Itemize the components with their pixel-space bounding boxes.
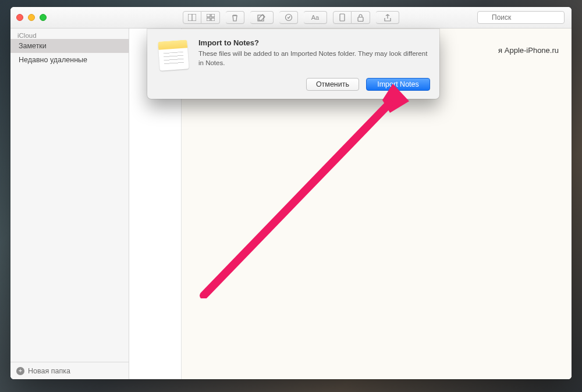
cancel-button[interactable]: Отменить xyxy=(306,78,359,91)
compose-button[interactable] xyxy=(250,11,274,24)
import-notes-button[interactable]: Import Notes xyxy=(366,78,430,91)
format-button[interactable]: Aa xyxy=(304,11,327,24)
cancel-button-label: Отменить xyxy=(316,80,349,88)
notes-app-icon xyxy=(157,38,190,72)
search-input[interactable] xyxy=(477,11,565,24)
window-minimize-button[interactable] xyxy=(28,14,35,21)
lock-button[interactable] xyxy=(352,11,370,24)
svg-rect-8 xyxy=(340,14,345,21)
sidebar-item-label: Заметки xyxy=(19,42,47,50)
svg-rect-4 xyxy=(207,18,210,21)
window-close-button[interactable] xyxy=(16,14,23,21)
toolbar: Aa xyxy=(183,11,399,24)
view-list-button[interactable] xyxy=(183,11,201,24)
titlebar: Aa xyxy=(10,7,572,28)
window-controls xyxy=(16,14,47,21)
svg-rect-3 xyxy=(211,14,215,17)
share-button[interactable] xyxy=(376,11,399,24)
svg-rect-5 xyxy=(211,18,215,21)
view-grid-button[interactable] xyxy=(201,11,220,24)
attach-button[interactable] xyxy=(333,11,352,24)
dialog-title: Import to Notes? xyxy=(198,38,430,47)
new-folder-button[interactable]: + Новая папка xyxy=(10,362,129,379)
sidebar-item-notes[interactable]: Заметки xyxy=(10,39,129,53)
svg-rect-9 xyxy=(358,17,363,21)
svg-rect-2 xyxy=(207,14,210,17)
checklist-button[interactable] xyxy=(279,11,298,24)
delete-button[interactable] xyxy=(226,11,244,24)
search-field-wrapper xyxy=(477,11,565,24)
sidebar: iCloud Заметки Недавно удаленные + Новая… xyxy=(10,28,129,379)
sidebar-section-header: iCloud xyxy=(10,28,129,39)
sidebar-item-recently-deleted[interactable]: Недавно удаленные xyxy=(10,53,129,67)
plus-icon: + xyxy=(16,367,24,375)
window-zoom-button[interactable] xyxy=(40,14,47,21)
note-body-fragment: я Apple-iPhone.ru xyxy=(498,46,559,55)
import-dialog: Import to Notes? These files will be add… xyxy=(147,29,439,99)
dialog-message: These files will be added to an Imported… xyxy=(198,49,430,67)
import-button-label: Import Notes xyxy=(377,80,419,88)
new-folder-label: Новая папка xyxy=(28,367,70,375)
sidebar-item-label: Недавно удаленные xyxy=(19,56,87,64)
